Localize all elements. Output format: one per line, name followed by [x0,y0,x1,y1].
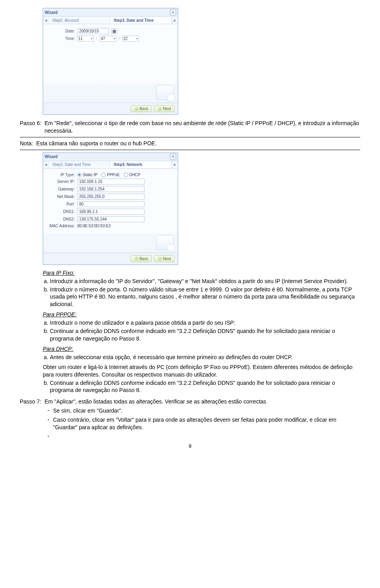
separator [20,150,360,150]
back-button[interactable]: Back [131,105,152,112]
dns1-label: DNS1: [48,209,75,214]
wizard-date-time: Wizard × ◄ Step2. Account Step3. Date an… [43,8,178,115]
date-input[interactable]: 2009/10/15 [77,28,109,34]
wizard-titlebar: Wizard × [43,8,178,17]
step7-bullets: Se sim, clicar em "Guardar". Caso contrá… [48,407,360,431]
chevron-down-icon: ▾ [91,37,93,40]
port-label: Port: [48,202,75,206]
chevron-down-icon: ▾ [114,37,115,40]
next-button[interactable]: Next [154,105,175,112]
pppoe-a: Introduzir o nome do utilizador e a pala… [50,319,360,327]
step6-text: Em "Rede", seleccionar o tipo de rede co… [44,120,360,135]
radio-pppoe[interactable]: PPPoE [101,173,120,177]
dhcp-b: Continuar a definição DDNS conforme indi… [50,379,360,394]
clock-icon [156,85,174,100]
step6-row: Passo 6: Em "Rede", seleccionar o tipo d… [20,120,360,135]
radio-dhcp[interactable]: DHCP [124,173,141,177]
tab-step3[interactable]: Step3. Date and Time [110,17,172,24]
step7-row: Passo 7: Em "Aplicar", estão listadas to… [20,398,360,405]
chevron-down-icon: ▾ [136,37,138,40]
wizard-title: Wizard [45,10,58,15]
ipfixo-b: Introduzir o número de porta. O número v… [50,286,360,308]
tab-prev-arrow-icon[interactable]: ◄ [43,17,49,24]
close-icon[interactable]: × [170,9,176,15]
iptype-label: IP Type: [48,173,75,177]
date-label: Date: [48,29,75,33]
ipfixo-list: Introduzir a informação do "IP do Servid… [43,278,360,308]
tab-step4[interactable]: Step4. Network [110,161,172,168]
wizard-body: IP Type: Static IP PPPoE DHCP Server IP:… [43,169,178,234]
tab-step2[interactable]: Step2. Account [49,17,110,24]
dns2-input[interactable]: 139.175.55.244 [77,216,144,222]
time-min-select[interactable]: 47▾ [100,36,116,42]
step7-bul2: Caso contrário, clicar em "Voltar" para … [48,416,360,431]
step7-text: Em "Aplicar", estão listadas todas as al… [44,398,360,405]
serverip-input[interactable]: 192.168.1.10 [77,179,144,185]
time-label: Time: [48,36,75,41]
back-button[interactable]: Back [131,255,152,262]
tab-prev-arrow-icon[interactable]: ◄ [43,161,49,168]
dhcp-p1: Obter um router e ligá-lo à Internet atr… [43,363,360,379]
next-icon [158,107,162,111]
back-icon [134,107,138,111]
wizard-title: Wizard [45,154,58,159]
serverip-label: Server IP: [48,179,75,184]
step6-label: Passo 6: [20,120,41,135]
wizard-footer: Back Next [43,253,178,265]
netmask-input[interactable]: 255.255.255.0 [77,194,144,200]
nota-row: Nota: Esta câmara não suporta o router o… [20,140,360,147]
wizard-footer: Back Next [43,103,178,114]
wizard-body: Date: 2009/10/15 ▦ Time: 11▾ : 47▾ : 22▾ [43,24,178,84]
wizard-illustration [43,234,178,253]
next-icon [158,257,162,261]
back-icon [134,257,138,261]
pppoe-title: Para PPPOE: [43,311,360,318]
gateway-label: Gateway: [48,187,75,191]
gateway-input[interactable]: 192.168.1.254 [77,186,144,192]
wizard-tabs: ◄ Step2. Account Step3. Date and Time ► [43,17,178,24]
calendar-icon[interactable]: ▦ [111,29,117,34]
ipfixo-a: Introduzir a informação do "IP do Servid… [50,278,360,285]
nota-label: Nota: [20,140,33,147]
port-input[interactable]: 80 [77,201,144,207]
pppoe-list: Introduzir o nome do utilizador e a pala… [43,319,360,343]
tab-next-arrow-icon[interactable]: ► [172,17,178,24]
tab-step3[interactable]: Step3. Date and Time [49,161,110,168]
time-sec-select[interactable]: 22▾ [122,36,139,42]
time-hour-select[interactable]: 11▾ [77,36,94,42]
pppoe-b: Continuar a definição DDNS conforme indi… [50,327,360,343]
wizard-network: Wizard × ◄ Step3. Date and Time Step4. N… [43,152,178,265]
radio-static-ip[interactable]: Static IP [77,173,97,177]
next-button[interactable]: Next [154,255,175,262]
iptype-radio-group: Static IP PPPoE DHCP [77,173,141,177]
dhcp-list2: Continuar a definição DDNS conforme indi… [43,379,360,394]
tab-next-arrow-icon[interactable]: ► [172,161,178,168]
separator [20,137,360,137]
page-number: 9 [20,443,360,449]
ipfixo-title: Para IP Fixo: [43,270,360,276]
dns2-label: DNS2: [48,217,75,221]
dns1-input[interactable]: 168.95.1.1 [77,209,144,215]
step7-label: Passo 7: [20,398,41,405]
nota-text: Esta câmara não suporta o router ou o hu… [36,140,360,147]
step7-bul1: Se sim, clicar em "Guardar". [48,407,360,415]
wizard-illustration [43,84,178,103]
dhcp-list: Antes de seleccionar esta opção, é neces… [43,354,360,361]
wizard-titlebar: Wizard × [43,153,178,161]
dhcp-title: Para DHCP: [43,346,360,352]
close-icon[interactable]: × [170,154,176,160]
mac-value: 00:0E:53:0D:93:E3 [77,224,111,228]
dhcp-a: Antes de seleccionar esta opção, é neces… [50,354,360,361]
wizard-tabs: ◄ Step3. Date and Time Step4. Network ► [43,161,178,169]
network-icon [156,235,174,250]
netmask-label: Net Mask: [48,194,75,199]
mac-label: MAC Address: [48,224,75,228]
